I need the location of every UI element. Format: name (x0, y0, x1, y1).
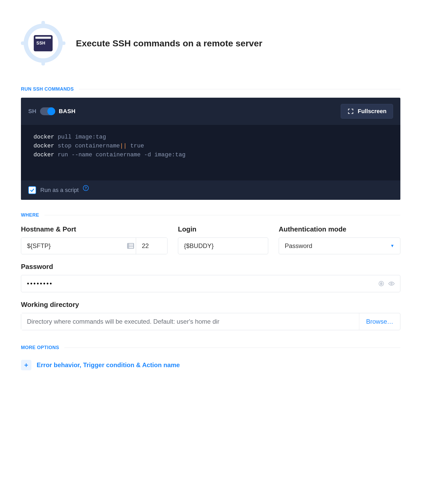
ssh-tile-icon: SSH (34, 35, 53, 51)
code-editor[interactable]: docker pull image:tag docker stop contai… (21, 125, 400, 180)
svg-rect-13 (380, 284, 382, 285)
section-run-commands: RUN SSH COMMANDS (21, 86, 400, 92)
hostname-port-group (21, 238, 167, 254)
svg-point-9 (128, 244, 129, 244)
code-line: docker pull image:tag (33, 133, 388, 142)
svg-point-11 (128, 247, 129, 248)
auth-mode-value: Password (285, 242, 312, 250)
server-list-icon[interactable] (125, 243, 136, 249)
eye-icon[interactable] (388, 280, 395, 287)
hostname-input[interactable] (21, 238, 125, 254)
page-title: Execute SSH commands on a remote server (76, 38, 262, 48)
code-line: docker stop containername|| true (33, 142, 388, 151)
shell-mode-bash[interactable]: BASH (59, 108, 76, 115)
action-icon: SSH (21, 21, 65, 65)
divider (79, 89, 400, 89)
plus-icon: + (21, 360, 31, 370)
shell-toggle[interactable] (40, 107, 55, 115)
more-options-expand[interactable]: + Error behavior, Trigger condition & Ac… (21, 360, 400, 370)
password-label: Password (21, 263, 400, 271)
svg-rect-4 (59, 41, 65, 45)
section-label-run: RUN SSH COMMANDS (21, 86, 74, 92)
section-label-more: MORE OPTIONS (21, 345, 59, 350)
svg-rect-3 (21, 41, 27, 45)
fullscreen-icon (347, 108, 354, 115)
browse-button[interactable]: Browse… (359, 313, 400, 330)
fullscreen-label: Fullscreen (358, 108, 387, 115)
auth-mode-select[interactable]: Password ▼ (279, 238, 400, 254)
divider (64, 348, 400, 348)
auth-mode-label: Authentication mode (279, 225, 400, 233)
run-as-script-checkbox[interactable] (28, 186, 36, 194)
code-line: docker run --name containername -d image… (33, 151, 388, 159)
divider (44, 215, 401, 215)
working-directory-label: Working directory (21, 301, 400, 309)
port-input[interactable] (136, 238, 167, 254)
chevron-down-icon: ▼ (390, 244, 394, 248)
fullscreen-button[interactable]: Fullscreen (341, 104, 393, 119)
encryption-icon[interactable] (378, 280, 384, 287)
password-input[interactable] (27, 275, 374, 292)
shell-mode-toggle-group: SH BASH (28, 107, 76, 115)
section-where: WHERE (21, 212, 400, 218)
ssh-tile-label: SSH (36, 41, 45, 46)
action-header: SSH Execute SSH commands on a remote ser… (21, 21, 400, 65)
toggle-knob (47, 107, 55, 115)
section-more-options: MORE OPTIONS (21, 345, 400, 350)
more-options-label: Error behavior, Trigger condition & Acti… (37, 361, 180, 369)
svg-rect-1 (41, 21, 45, 27)
run-as-script-label: Run as a script (40, 187, 79, 194)
login-input[interactable] (178, 238, 268, 254)
working-directory-input[interactable] (21, 313, 359, 330)
login-label: Login (178, 225, 268, 233)
svg-rect-2 (41, 59, 45, 65)
svg-point-10 (128, 246, 129, 246)
check-icon (30, 188, 35, 193)
help-icon[interactable]: ? (83, 185, 89, 191)
shell-mode-sh[interactable]: SH (28, 108, 36, 115)
command-console: SH BASH Fullscreen docker pull image:tag… (21, 98, 400, 200)
svg-point-14 (391, 283, 392, 284)
section-label-where: WHERE (21, 212, 39, 218)
hostname-label: Hostname & Port (21, 225, 167, 233)
